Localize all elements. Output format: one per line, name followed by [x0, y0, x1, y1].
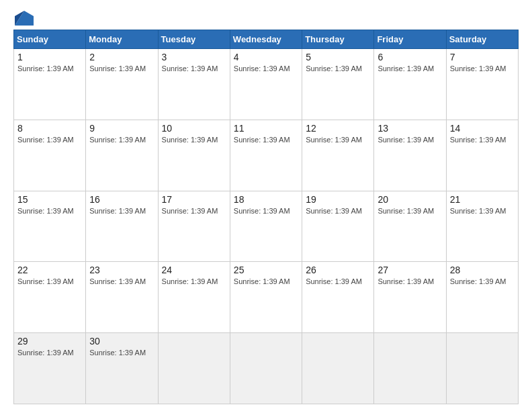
day-number: 13	[378, 123, 442, 134]
day-number: 26	[306, 265, 370, 275]
sunrise-text: Sunrise: 1:39 AM	[89, 349, 146, 357]
calendar-cell: 5Sunrise: 1:39 AM	[302, 49, 374, 120]
sunrise-text: Sunrise: 1:39 AM	[162, 64, 218, 73]
day-number: 22	[17, 265, 82, 275]
day-number: 29	[17, 336, 82, 347]
calendar: Sunday Monday Tuesday Wednesday Thursday…	[13, 30, 519, 404]
calendar-cell: 24Sunrise: 1:39 AM	[158, 262, 230, 333]
calendar-cell: 30Sunrise: 1:39 AM	[86, 333, 158, 404]
calendar-cell	[374, 333, 446, 404]
calendar-cell: 3Sunrise: 1:39 AM	[158, 49, 230, 120]
calendar-cell: 29Sunrise: 1:39 AM	[14, 333, 86, 404]
calendar-cell: 18Sunrise: 1:39 AM	[230, 191, 302, 262]
calendar-cell: 15Sunrise: 1:39 AM	[14, 191, 86, 262]
day-number: 7	[450, 52, 515, 62]
calendar-body: 1Sunrise: 1:39 AM2Sunrise: 1:39 AM3Sunri…	[14, 49, 519, 404]
calendar-cell	[158, 333, 230, 404]
day-number: 12	[306, 123, 370, 134]
sunrise-text: Sunrise: 1:39 AM	[162, 277, 218, 285]
sunrise-text: Sunrise: 1:39 AM	[306, 277, 362, 285]
sunrise-text: Sunrise: 1:39 AM	[306, 136, 362, 144]
day-number: 2	[89, 52, 154, 62]
calendar-cell: 12Sunrise: 1:39 AM	[302, 120, 374, 191]
sunrise-text: Sunrise: 1:39 AM	[306, 207, 362, 215]
day-number: 21	[450, 194, 515, 205]
day-number: 3	[162, 52, 226, 62]
calendar-week-1: 1Sunrise: 1:39 AM2Sunrise: 1:39 AM3Sunri…	[14, 49, 519, 120]
calendar-cell: 6Sunrise: 1:39 AM	[374, 49, 446, 120]
day-number: 23	[89, 265, 154, 275]
day-number: 4	[234, 52, 298, 62]
day-number: 27	[378, 265, 442, 275]
sunrise-text: Sunrise: 1:39 AM	[162, 207, 218, 215]
calendar-cell: 8Sunrise: 1:39 AM	[14, 120, 86, 191]
calendar-cell	[446, 333, 518, 404]
logo-icon	[15, 11, 34, 26]
sunrise-text: Sunrise: 1:39 AM	[450, 64, 506, 73]
calendar-cell: 19Sunrise: 1:39 AM	[302, 191, 374, 262]
calendar-cell: 7Sunrise: 1:39 AM	[446, 49, 518, 120]
sunrise-text: Sunrise: 1:39 AM	[450, 136, 506, 144]
sunrise-text: Sunrise: 1:39 AM	[17, 64, 74, 73]
calendar-cell: 4Sunrise: 1:39 AM	[230, 49, 302, 120]
sunrise-text: Sunrise: 1:39 AM	[89, 136, 146, 144]
sunrise-text: Sunrise: 1:39 AM	[89, 207, 146, 215]
col-wednesday: Wednesday	[230, 30, 302, 49]
calendar-week-3: 15Sunrise: 1:39 AM16Sunrise: 1:39 AM17Su…	[14, 191, 519, 262]
day-number: 5	[306, 52, 370, 62]
day-number: 8	[17, 123, 82, 134]
calendar-cell: 27Sunrise: 1:39 AM	[374, 262, 446, 333]
header	[13, 11, 519, 24]
sunrise-text: Sunrise: 1:39 AM	[17, 136, 74, 144]
sunrise-text: Sunrise: 1:39 AM	[162, 136, 218, 144]
calendar-cell: 26Sunrise: 1:39 AM	[302, 262, 374, 333]
page: Sunday Monday Tuesday Wednesday Thursday…	[0, 0, 532, 411]
calendar-cell: 25Sunrise: 1:39 AM	[230, 262, 302, 333]
day-number: 17	[162, 194, 226, 205]
day-number: 19	[306, 194, 370, 205]
sunrise-text: Sunrise: 1:39 AM	[378, 136, 434, 144]
sunrise-text: Sunrise: 1:39 AM	[89, 277, 146, 285]
col-sunday: Sunday	[14, 30, 86, 49]
day-number: 28	[450, 265, 515, 275]
calendar-week-4: 22Sunrise: 1:39 AM23Sunrise: 1:39 AM24Su…	[14, 262, 519, 333]
day-number: 10	[162, 123, 226, 134]
sunrise-text: Sunrise: 1:39 AM	[306, 64, 362, 73]
day-number: 14	[450, 123, 515, 134]
sunrise-text: Sunrise: 1:39 AM	[450, 277, 506, 285]
calendar-cell: 22Sunrise: 1:39 AM	[14, 262, 86, 333]
calendar-week-5: 29Sunrise: 1:39 AM30Sunrise: 1:39 AM	[14, 333, 519, 404]
logo	[13, 11, 34, 24]
col-saturday: Saturday	[446, 30, 518, 49]
day-number: 6	[378, 52, 442, 62]
day-number: 18	[234, 194, 298, 205]
days-of-week-row: Sunday Monday Tuesday Wednesday Thursday…	[14, 30, 519, 49]
sunrise-text: Sunrise: 1:39 AM	[234, 277, 290, 285]
calendar-week-2: 8Sunrise: 1:39 AM9Sunrise: 1:39 AM10Sunr…	[14, 120, 519, 191]
calendar-cell: 14Sunrise: 1:39 AM	[446, 120, 518, 191]
calendar-cell: 21Sunrise: 1:39 AM	[446, 191, 518, 262]
calendar-cell: 10Sunrise: 1:39 AM	[158, 120, 230, 191]
sunrise-text: Sunrise: 1:39 AM	[234, 136, 290, 144]
day-number: 11	[234, 123, 298, 134]
calendar-cell	[302, 333, 374, 404]
calendar-cell: 17Sunrise: 1:39 AM	[158, 191, 230, 262]
calendar-cell: 20Sunrise: 1:39 AM	[374, 191, 446, 262]
calendar-header: Sunday Monday Tuesday Wednesday Thursday…	[14, 30, 519, 49]
calendar-cell: 16Sunrise: 1:39 AM	[86, 191, 158, 262]
calendar-cell: 13Sunrise: 1:39 AM	[374, 120, 446, 191]
sunrise-text: Sunrise: 1:39 AM	[89, 64, 146, 73]
sunrise-text: Sunrise: 1:39 AM	[234, 64, 290, 73]
col-friday: Friday	[374, 30, 446, 49]
col-thursday: Thursday	[302, 30, 374, 49]
sunrise-text: Sunrise: 1:39 AM	[17, 277, 74, 285]
day-number: 9	[89, 123, 154, 134]
calendar-cell: 11Sunrise: 1:39 AM	[230, 120, 302, 191]
sunrise-text: Sunrise: 1:39 AM	[450, 207, 506, 215]
day-number: 1	[17, 52, 82, 62]
day-number: 15	[17, 194, 82, 205]
col-monday: Monday	[86, 30, 158, 49]
calendar-cell: 1Sunrise: 1:39 AM	[14, 49, 86, 120]
day-number: 20	[378, 194, 442, 205]
calendar-cell: 2Sunrise: 1:39 AM	[86, 49, 158, 120]
